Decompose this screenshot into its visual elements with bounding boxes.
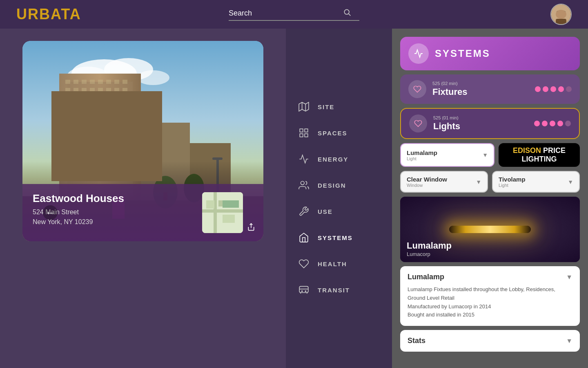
heart-icon: [298, 258, 310, 269]
stats-card[interactable]: Stats ▼: [400, 330, 580, 352]
avatar-image: [551, 4, 571, 24]
systems-card[interactable]: SYSTEMS: [400, 37, 580, 70]
nav-label-systems: SYSTEMS: [318, 234, 353, 241]
sidebar-item-transit[interactable]: TRANSIT: [286, 277, 392, 303]
building-photo: ← Eastwood Houses 524 Main Street New Yo…: [22, 41, 263, 241]
fixtures-card[interactable]: 525 (02 min) Fixtures: [400, 74, 580, 104]
sidebar-item-spaces[interactable]: SPACES: [286, 120, 392, 146]
svg-point-7: [556, 10, 566, 19]
dot-3: [550, 86, 556, 92]
building-info: Eastwood Houses 524 Main Street New York…: [33, 192, 196, 227]
nav-label-transit: TRANSIT: [318, 287, 350, 294]
building-image: ← Eastwood Houses 524 Main Street New Yo…: [22, 41, 263, 241]
product-overlay: Lumalamp Lumacorp: [400, 236, 580, 262]
lights-dots: [534, 121, 571, 126]
dropdowns-row-1: Lumalamp Light ▼ EDISON PRICELIGHTING: [400, 143, 580, 167]
svg-rect-53: [300, 129, 303, 132]
people-icon: [298, 180, 310, 191]
building-name: Eastwood Houses: [33, 192, 196, 205]
dot-5: [566, 86, 572, 92]
building-overlay: ← Eastwood Houses 524 Main Street New Yo…: [22, 184, 263, 241]
svg-rect-54: [305, 129, 308, 132]
lamp-bar: [449, 226, 531, 233]
product-image-card: Lumalamp Lumacorp: [400, 197, 580, 262]
nav-label-health: HEALTH: [318, 260, 347, 267]
fixtures-icon: [408, 80, 426, 98]
svg-marker-50: [299, 102, 309, 111]
nav-label-energy: ENERGY: [318, 156, 348, 163]
nav-label-use: USE: [318, 208, 333, 215]
lights-icon: [409, 114, 427, 132]
lights-card[interactable]: 525 (01 min) Lights: [400, 108, 580, 139]
stats-expand-icon[interactable]: ▼: [566, 337, 572, 345]
left-panel: ← Eastwood Houses 524 Main Street New Yo…: [0, 29, 286, 368]
clear-window-main-label: Clear Window: [407, 176, 472, 183]
info-card[interactable]: Lumalamp ▼ Lumalamp Fixtues installed th…: [400, 266, 580, 326]
brand-name: EDISON PRICELIGHTING: [510, 143, 569, 167]
lumalamp-content: Lumalamp Light: [407, 149, 479, 161]
svg-rect-56: [305, 134, 308, 137]
clear-window-dropdown[interactable]: Clear Window Window ▼: [400, 171, 488, 193]
svg-line-1: [349, 13, 351, 16]
fixtures-sub-label: 525 (02 min): [432, 81, 529, 86]
svg-rect-46: [223, 215, 235, 223]
systems-icon-circle: [408, 43, 429, 64]
dot-4: [558, 86, 564, 92]
building-map[interactable]: [202, 192, 243, 233]
app-logo: URBATA: [16, 6, 81, 23]
pulse-icon: [298, 153, 310, 165]
tivolamp-sub-label: Light: [499, 183, 564, 188]
info-expand-icon[interactable]: ▼: [566, 274, 572, 281]
tivolamp-dropdown[interactable]: Tivolamp Light ▼: [492, 171, 580, 193]
sidebar-item-systems[interactable]: SYSTEMS: [286, 224, 392, 251]
sidebar-item-site[interactable]: SITE: [286, 94, 392, 120]
tivolamp-arrow: ▼: [568, 179, 573, 185]
info-title: Lumalamp: [408, 273, 444, 281]
svg-rect-44: [214, 192, 217, 233]
house-icon: [298, 232, 310, 243]
lights-info: 525 (01 min) Lights: [433, 115, 528, 132]
svg-rect-43: [202, 209, 243, 213]
nav-label-design: DESIGN: [318, 182, 346, 189]
svg-rect-48: [223, 200, 239, 208]
fixtures-name: Fixtures: [432, 87, 529, 97]
lights-dot-3: [550, 121, 555, 126]
svg-rect-58: [299, 286, 308, 292]
lights-dot-4: [557, 121, 563, 126]
lights-name: Lights: [433, 121, 528, 132]
lights-dot-5: [565, 121, 571, 126]
header: URBATA: [0, 0, 588, 29]
dot-1: [535, 86, 541, 92]
map-icon: [298, 101, 310, 112]
share-button[interactable]: [247, 223, 255, 233]
search-icon[interactable]: [343, 8, 351, 18]
fixtures-dots: [535, 86, 572, 92]
svg-point-0: [344, 9, 349, 14]
clear-window-arrow: ▼: [476, 179, 481, 185]
product-name: Lumalamp: [407, 240, 573, 251]
sidebar-item-energy[interactable]: ENERGY: [286, 146, 392, 172]
back-button[interactable]: ←: [43, 205, 58, 220]
svg-point-57: [301, 181, 304, 185]
svg-rect-16: [67, 82, 133, 196]
lumalamp-dropdown[interactable]: Lumalamp Light ▼: [400, 143, 494, 167]
squares-icon: [298, 127, 310, 139]
clear-window-sub-label: Window: [407, 183, 472, 188]
clear-window-content: Clear Window Window: [407, 176, 472, 188]
nav-panel: SITE SPACES ENERGY: [286, 29, 392, 368]
sidebar-item-health[interactable]: HEALTH: [286, 251, 392, 277]
systems-title: SYSTEMS: [435, 48, 490, 59]
search-input[interactable]: [229, 9, 343, 18]
lamp-visual: Lumalamp Lumacorp: [400, 197, 580, 262]
stats-title: Stats: [408, 337, 425, 345]
fixtures-info: 525 (02 min) Fixtures: [432, 81, 529, 97]
svg-rect-45: [206, 200, 214, 209]
dot-2: [543, 86, 548, 92]
info-header: Lumalamp ▼: [408, 273, 572, 281]
sidebar-item-use[interactable]: USE: [286, 198, 392, 224]
avatar[interactable]: [550, 4, 572, 25]
svg-rect-8: [556, 19, 566, 24]
lights-dot-1: [534, 121, 540, 126]
brand-card[interactable]: EDISON PRICELIGHTING: [499, 143, 580, 167]
sidebar-item-design[interactable]: DESIGN: [286, 172, 392, 198]
